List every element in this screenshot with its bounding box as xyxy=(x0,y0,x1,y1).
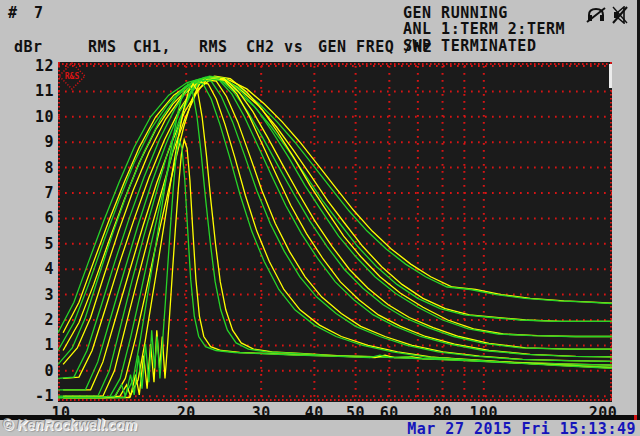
status-analyzer: ANL 1:TERM 2:TERM xyxy=(403,22,565,37)
trace-ch1-sweep-steep xyxy=(58,84,612,398)
datetime-display: Mar 27 2015 Fri 15:13:49 xyxy=(407,420,636,436)
trace2-function: RMS xyxy=(199,40,228,55)
trace2-channel: CH2 vs xyxy=(246,40,303,55)
trace1-function: RMS xyxy=(88,40,117,55)
trace-ch1-sweep-2 xyxy=(58,83,612,398)
y-tick-10: 10 xyxy=(10,108,54,126)
x-axis-function: GEN FREQ /Hz xyxy=(318,40,432,55)
rohde-schwarz-logo-icon: R&S xyxy=(58,62,86,90)
y-tick-4: 4 xyxy=(10,260,54,278)
watermark-text: © KenRockwell.com xyxy=(3,417,137,433)
trace-ch1-sweep-widest xyxy=(58,77,612,332)
frequency-response-chart xyxy=(58,62,612,402)
y-tick-12: 12 xyxy=(10,57,54,75)
graph-plot-area: R&S xyxy=(58,62,612,402)
y-axis-unit-label: dBr xyxy=(14,40,43,55)
y-tick-5: 5 xyxy=(10,235,54,253)
y-tick-3: 3 xyxy=(10,286,54,304)
y-tick-1: 1 xyxy=(10,336,54,354)
scroll-cursor-marker xyxy=(609,64,612,88)
trace1-channel: CH1, xyxy=(133,40,171,55)
status-icon-group xyxy=(586,6,634,26)
trace-ch1-sweep-narrow-noisy xyxy=(58,140,612,398)
status-generator: GEN RUNNING xyxy=(403,6,508,21)
y-tick-7: 7 xyxy=(10,184,54,202)
headphones-muted-icon xyxy=(586,6,607,24)
y-tick-2: 2 xyxy=(10,311,54,329)
trace-ch1-sweep-6 xyxy=(58,76,612,364)
audio-analyzer-screen: { "header": { "hash": "#", "screen_numbe… xyxy=(0,0,640,436)
speaker-muted-icon xyxy=(611,6,632,24)
rs-logo-text: R&S xyxy=(65,72,80,81)
y-tick--1: -1 xyxy=(10,387,54,405)
screen-hash-label: # xyxy=(8,6,18,21)
y-tick-0: 0 xyxy=(10,362,54,380)
y-tick-6: 6 xyxy=(10,209,54,227)
screen-number: 7 xyxy=(34,6,44,21)
y-tick-9: 9 xyxy=(10,133,54,151)
y-tick-11: 11 xyxy=(10,82,54,100)
y-tick-8: 8 xyxy=(10,159,54,177)
